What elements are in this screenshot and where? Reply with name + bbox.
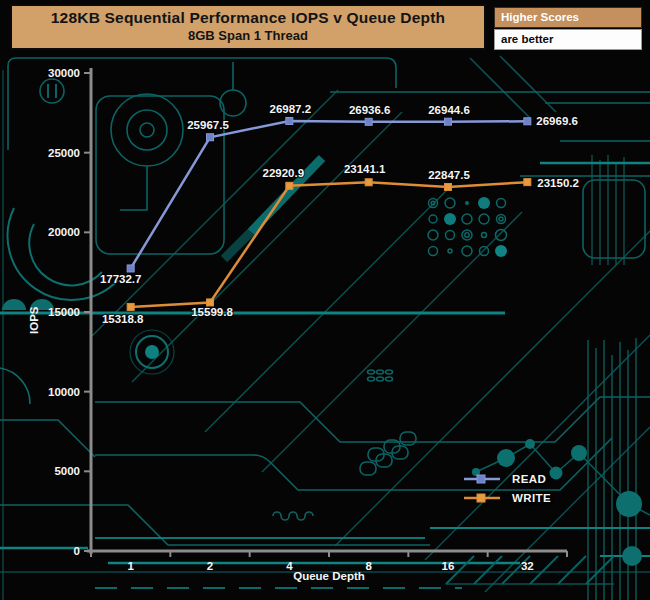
read-data-point-marker xyxy=(207,134,214,141)
data-series xyxy=(127,118,531,311)
legend-label-write: WRITE xyxy=(512,492,551,504)
y-tick-label: 20000 xyxy=(48,226,80,238)
read-series-line xyxy=(131,121,528,268)
write-data-point-marker xyxy=(524,179,531,186)
write-legend-sample-icon xyxy=(462,492,502,504)
write-data-label: 22920.9 xyxy=(263,167,305,179)
write-data-label: 23150.2 xyxy=(537,177,579,189)
write-data-point-marker xyxy=(207,299,214,306)
legend-item-read: READ xyxy=(462,469,551,488)
y-axis-ticks: 050001000015000200002500030000 xyxy=(48,67,91,557)
read-data-label: 26936.6 xyxy=(349,104,391,116)
write-data-label: 22847.5 xyxy=(428,169,470,181)
read-data-label: 26987.2 xyxy=(270,103,312,115)
data-labels: 17732.725967.526987.226936.626944.626969… xyxy=(100,103,579,325)
x-tick-label: 32 xyxy=(521,560,534,572)
x-tick-label: 2 xyxy=(207,560,213,572)
x-axis-title: Queue Depth xyxy=(293,570,365,582)
read-data-point-marker xyxy=(286,118,293,125)
x-tick-label: 8 xyxy=(365,560,372,572)
iops-line-chart: 050001000015000200002500030000 12481632 … xyxy=(0,0,650,600)
x-tick-label: 16 xyxy=(442,560,455,572)
y-tick-label: 30000 xyxy=(48,67,80,79)
x-tick-label: 1 xyxy=(127,560,134,572)
chart-legend: READ WRITE xyxy=(462,469,551,507)
write-data-label: 15599.8 xyxy=(191,306,233,318)
read-data-label: 26969.6 xyxy=(536,115,578,127)
y-tick-label: 25000 xyxy=(48,147,80,159)
write-data-point-marker xyxy=(365,179,372,186)
x-tick-label: 4 xyxy=(286,560,293,572)
y-tick-label: 0 xyxy=(74,545,80,557)
y-tick-label: 10000 xyxy=(48,386,80,398)
y-axis-title: IOPS xyxy=(28,306,40,334)
y-tick-label: 5000 xyxy=(54,465,80,477)
read-data-point-marker xyxy=(127,265,134,272)
write-data-point-marker xyxy=(445,183,452,190)
read-data-label: 17732.7 xyxy=(100,273,142,285)
read-data-label: 25967.5 xyxy=(187,119,229,131)
chart-page: 128KB Sequential Performance IOPS v Queu… xyxy=(0,0,650,600)
write-data-point-marker xyxy=(286,182,293,189)
read-data-point-marker xyxy=(524,118,531,125)
write-data-point-marker xyxy=(127,303,134,310)
read-data-label: 26944.6 xyxy=(428,104,470,116)
y-tick-label: 15000 xyxy=(48,306,80,318)
x-axis-ticks: 12481632 xyxy=(91,551,567,572)
write-data-label: 23141.1 xyxy=(344,163,386,175)
read-legend-sample-icon xyxy=(462,473,502,485)
write-series-line xyxy=(131,182,528,307)
write-data-label: 15318.8 xyxy=(102,313,144,325)
read-data-point-marker xyxy=(365,118,372,125)
legend-label-read: READ xyxy=(512,473,546,485)
legend-item-write: WRITE xyxy=(462,488,551,507)
read-data-point-marker xyxy=(445,118,452,125)
